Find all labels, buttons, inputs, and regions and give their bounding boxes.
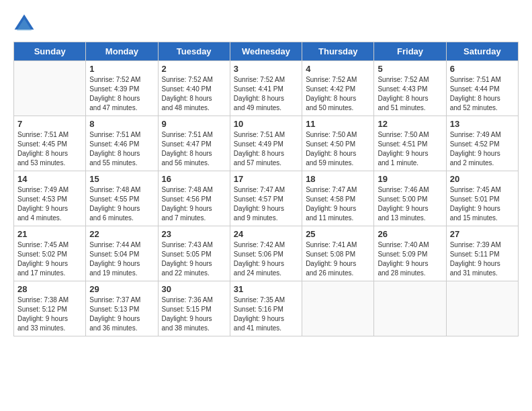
day-number: 22 xyxy=(89,229,154,239)
day-number: 18 xyxy=(306,174,370,184)
day-info: Sunrise: 7:45 AMSunset: 5:02 PMDaylight:… xyxy=(17,240,82,278)
day-number: 27 xyxy=(450,229,515,239)
day-info: Sunrise: 7:51 AMSunset: 4:47 PMDaylight:… xyxy=(162,130,226,168)
day-info: Sunrise: 7:37 AMSunset: 5:13 PMDaylight:… xyxy=(89,295,154,333)
calendar-cell: 20Sunrise: 7:45 AMSunset: 5:01 PMDayligh… xyxy=(446,171,518,226)
calendar-cell: 5Sunrise: 7:52 AMSunset: 4:43 PMDaylight… xyxy=(374,61,446,116)
day-info: Sunrise: 7:51 AMSunset: 4:44 PMDaylight:… xyxy=(450,75,515,113)
calendar-cell: 7Sunrise: 7:51 AMSunset: 4:45 PMDaylight… xyxy=(14,116,86,171)
day-info: Sunrise: 7:38 AMSunset: 5:12 PMDaylight:… xyxy=(17,295,82,333)
day-number: 25 xyxy=(306,229,370,239)
day-number: 1 xyxy=(89,64,154,74)
day-info: Sunrise: 7:49 AMSunset: 4:52 PMDaylight:… xyxy=(450,130,515,168)
page-header xyxy=(13,13,519,35)
calendar-cell: 6Sunrise: 7:51 AMSunset: 4:44 PMDaylight… xyxy=(446,61,518,116)
day-number: 11 xyxy=(306,119,370,129)
calendar-cell xyxy=(14,61,86,116)
calendar-cell: 17Sunrise: 7:47 AMSunset: 4:57 PMDayligh… xyxy=(230,171,302,226)
day-number: 9 xyxy=(162,119,226,129)
calendar-cell: 15Sunrise: 7:48 AMSunset: 4:55 PMDayligh… xyxy=(86,171,158,226)
day-info: Sunrise: 7:40 AMSunset: 5:09 PMDaylight:… xyxy=(378,240,442,278)
calendar-cell: 29Sunrise: 7:37 AMSunset: 5:13 PMDayligh… xyxy=(86,281,158,336)
day-number: 6 xyxy=(450,64,515,74)
day-info: Sunrise: 7:39 AMSunset: 5:11 PMDaylight:… xyxy=(450,240,515,278)
day-header-monday: Monday xyxy=(86,42,158,61)
calendar-cell: 3Sunrise: 7:52 AMSunset: 4:41 PMDaylight… xyxy=(230,61,302,116)
calendar-cell: 10Sunrise: 7:51 AMSunset: 4:49 PMDayligh… xyxy=(230,116,302,171)
day-number: 10 xyxy=(234,119,298,129)
day-number: 26 xyxy=(378,229,442,239)
calendar-cell: 18Sunrise: 7:47 AMSunset: 4:58 PMDayligh… xyxy=(302,171,374,226)
day-info: Sunrise: 7:45 AMSunset: 5:01 PMDaylight:… xyxy=(450,185,515,223)
day-info: Sunrise: 7:41 AMSunset: 5:08 PMDaylight:… xyxy=(306,240,370,278)
day-number: 16 xyxy=(162,174,226,184)
day-info: Sunrise: 7:48 AMSunset: 4:56 PMDaylight:… xyxy=(162,185,226,223)
day-number: 30 xyxy=(162,284,226,294)
day-info: Sunrise: 7:50 AMSunset: 4:50 PMDaylight:… xyxy=(306,130,370,168)
day-number: 7 xyxy=(17,119,82,129)
day-number: 5 xyxy=(378,64,442,74)
day-number: 8 xyxy=(89,119,154,129)
day-number: 3 xyxy=(234,64,298,74)
calendar-cell: 24Sunrise: 7:42 AMSunset: 5:06 PMDayligh… xyxy=(230,226,302,281)
day-number: 31 xyxy=(234,284,298,294)
day-number: 19 xyxy=(378,174,442,184)
day-info: Sunrise: 7:52 AMSunset: 4:42 PMDaylight:… xyxy=(306,75,370,113)
calendar-cell xyxy=(374,281,446,336)
day-number: 14 xyxy=(17,174,82,184)
day-number: 17 xyxy=(234,174,298,184)
calendar-cell: 25Sunrise: 7:41 AMSunset: 5:08 PMDayligh… xyxy=(302,226,374,281)
day-info: Sunrise: 7:46 AMSunset: 5:00 PMDaylight:… xyxy=(378,185,442,223)
calendar-cell: 23Sunrise: 7:43 AMSunset: 5:05 PMDayligh… xyxy=(158,226,230,281)
day-info: Sunrise: 7:52 AMSunset: 4:41 PMDaylight:… xyxy=(234,75,298,113)
calendar-cell: 2Sunrise: 7:52 AMSunset: 4:40 PMDaylight… xyxy=(158,61,230,116)
day-info: Sunrise: 7:51 AMSunset: 4:46 PMDaylight:… xyxy=(89,130,154,168)
calendar-cell xyxy=(446,281,518,336)
logo xyxy=(13,13,38,35)
calendar-cell: 21Sunrise: 7:45 AMSunset: 5:02 PMDayligh… xyxy=(14,226,86,281)
day-number: 4 xyxy=(306,64,370,74)
day-number: 28 xyxy=(17,284,82,294)
calendar-cell: 1Sunrise: 7:52 AMSunset: 4:39 PMDaylight… xyxy=(86,61,158,116)
day-info: Sunrise: 7:52 AMSunset: 4:40 PMDaylight:… xyxy=(162,75,226,113)
logo-icon xyxy=(13,13,35,35)
day-info: Sunrise: 7:52 AMSunset: 4:39 PMDaylight:… xyxy=(89,75,154,113)
calendar-cell: 19Sunrise: 7:46 AMSunset: 5:00 PMDayligh… xyxy=(374,171,446,226)
calendar-cell: 9Sunrise: 7:51 AMSunset: 4:47 PMDaylight… xyxy=(158,116,230,171)
day-header-sunday: Sunday xyxy=(14,42,86,61)
day-number: 20 xyxy=(450,174,515,184)
day-number: 24 xyxy=(234,229,298,239)
calendar-cell: 30Sunrise: 7:36 AMSunset: 5:15 PMDayligh… xyxy=(158,281,230,336)
day-info: Sunrise: 7:52 AMSunset: 4:43 PMDaylight:… xyxy=(378,75,442,113)
day-number: 2 xyxy=(162,64,226,74)
calendar-cell: 13Sunrise: 7:49 AMSunset: 4:52 PMDayligh… xyxy=(446,116,518,171)
calendar-cell: 22Sunrise: 7:44 AMSunset: 5:04 PMDayligh… xyxy=(86,226,158,281)
day-info: Sunrise: 7:36 AMSunset: 5:15 PMDaylight:… xyxy=(162,295,226,333)
calendar-table: SundayMondayTuesdayWednesdayThursdayFrid… xyxy=(13,42,519,336)
day-number: 13 xyxy=(450,119,515,129)
calendar-cell: 14Sunrise: 7:49 AMSunset: 4:53 PMDayligh… xyxy=(14,171,86,226)
day-info: Sunrise: 7:43 AMSunset: 5:05 PMDaylight:… xyxy=(162,240,226,278)
calendar-cell: 31Sunrise: 7:35 AMSunset: 5:16 PMDayligh… xyxy=(230,281,302,336)
calendar-cell: 8Sunrise: 7:51 AMSunset: 4:46 PMDaylight… xyxy=(86,116,158,171)
day-info: Sunrise: 7:44 AMSunset: 5:04 PMDaylight:… xyxy=(89,240,154,278)
day-number: 21 xyxy=(17,229,82,239)
day-info: Sunrise: 7:49 AMSunset: 4:53 PMDaylight:… xyxy=(17,185,82,223)
day-number: 15 xyxy=(89,174,154,184)
day-info: Sunrise: 7:47 AMSunset: 4:57 PMDaylight:… xyxy=(234,185,298,223)
calendar-cell: 4Sunrise: 7:52 AMSunset: 4:42 PMDaylight… xyxy=(302,61,374,116)
calendar-cell: 27Sunrise: 7:39 AMSunset: 5:11 PMDayligh… xyxy=(446,226,518,281)
day-info: Sunrise: 7:48 AMSunset: 4:55 PMDaylight:… xyxy=(89,185,154,223)
day-info: Sunrise: 7:51 AMSunset: 4:49 PMDaylight:… xyxy=(234,130,298,168)
calendar-cell: 11Sunrise: 7:50 AMSunset: 4:50 PMDayligh… xyxy=(302,116,374,171)
day-info: Sunrise: 7:47 AMSunset: 4:58 PMDaylight:… xyxy=(306,185,370,223)
day-header-tuesday: Tuesday xyxy=(158,42,230,61)
day-number: 23 xyxy=(162,229,226,239)
calendar-cell: 26Sunrise: 7:40 AMSunset: 5:09 PMDayligh… xyxy=(374,226,446,281)
day-header-friday: Friday xyxy=(374,42,446,61)
day-header-saturday: Saturday xyxy=(446,42,518,61)
day-info: Sunrise: 7:50 AMSunset: 4:51 PMDaylight:… xyxy=(378,130,442,168)
day-info: Sunrise: 7:35 AMSunset: 5:16 PMDaylight:… xyxy=(234,295,298,333)
calendar-cell: 12Sunrise: 7:50 AMSunset: 4:51 PMDayligh… xyxy=(374,116,446,171)
day-number: 29 xyxy=(89,284,154,294)
